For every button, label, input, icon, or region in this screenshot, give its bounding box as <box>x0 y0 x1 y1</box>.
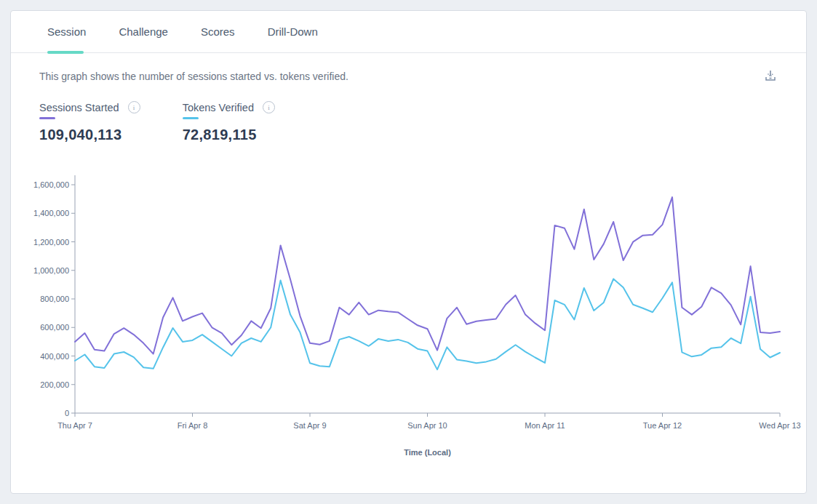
svg-text:Sun Apr 10: Sun Apr 10 <box>407 421 447 430</box>
active-tab-underline <box>47 51 84 54</box>
metric-label: Sessions Started <box>39 102 119 113</box>
metric-color-bar <box>183 117 199 119</box>
page: Session Challenge Scores Drill-Down This… <box>0 0 817 504</box>
svg-text:800,000: 800,000 <box>40 295 69 303</box>
tab-session[interactable]: Session <box>47 11 86 52</box>
download-button[interactable] <box>759 65 782 88</box>
svg-text:Fri Apr 8: Fri Apr 8 <box>178 421 208 430</box>
chart-canvas: 0200,000400,000600,000800,0001,000,0001,… <box>11 175 808 481</box>
dashboard-card: Session Challenge Scores Drill-Down This… <box>10 10 807 494</box>
tab-scores[interactable]: Scores <box>201 11 235 52</box>
metric-value: 109,040,113 <box>39 127 140 143</box>
info-icon[interactable]: i <box>128 101 140 113</box>
metric-color-bar <box>39 117 55 119</box>
svg-text:Thu Apr 7: Thu Apr 7 <box>57 421 92 430</box>
tab-challenge[interactable]: Challenge <box>119 11 168 52</box>
metric-sessions-started: Sessions Started i 109,040,113 <box>39 101 140 143</box>
svg-text:400,000: 400,000 <box>40 352 69 361</box>
svg-text:1,600,000: 1,600,000 <box>33 180 69 189</box>
svg-text:600,000: 600,000 <box>40 323 69 332</box>
svg-text:200,000: 200,000 <box>40 380 69 389</box>
info-icon[interactable]: i <box>263 101 275 113</box>
svg-text:Mon Apr 11: Mon Apr 11 <box>525 421 565 430</box>
chart-description: This graph shows the number of sessions … <box>39 71 348 82</box>
svg-text:Wed Apr 13: Wed Apr 13 <box>759 421 800 430</box>
tab-drill-down[interactable]: Drill-Down <box>268 11 318 52</box>
svg-text:Time (Local): Time (Local) <box>404 448 451 457</box>
svg-text:Tue Apr 12: Tue Apr 12 <box>643 421 682 430</box>
download-icon <box>763 68 778 85</box>
svg-text:0: 0 <box>65 409 69 417</box>
metric-tokens-verified: Tokens Verified i 72,819,115 <box>183 101 275 143</box>
svg-text:1,200,000: 1,200,000 <box>33 238 69 247</box>
svg-text:1,400,000: 1,400,000 <box>33 209 69 217</box>
tab-bar: Session Challenge Scores Drill-Down <box>11 11 806 53</box>
metric-value: 72,819,115 <box>183 127 275 143</box>
metric-label: Tokens Verified <box>183 102 254 113</box>
svg-text:1,000,000: 1,000,000 <box>33 266 69 275</box>
svg-text:Sat Apr 9: Sat Apr 9 <box>293 421 326 430</box>
sessions-tokens-line-chart[interactable]: 0200,000400,000600,000800,0001,000,0001,… <box>11 175 808 481</box>
metrics-row: Sessions Started i 109,040,113 Tokens Ve… <box>39 101 317 143</box>
